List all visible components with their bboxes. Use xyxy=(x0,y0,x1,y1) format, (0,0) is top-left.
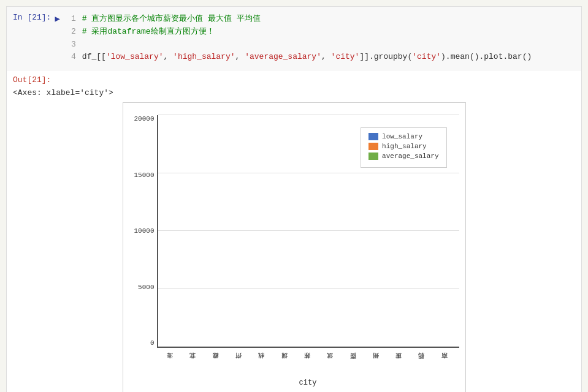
x-label: 杭州 xyxy=(258,352,266,376)
code-text-4: df_[['low_salary', 'high_salary', 'avera… xyxy=(82,51,532,64)
legend: low_salary high_salary average_salary xyxy=(361,127,446,168)
x-axis-labels: 上海北京成都广州杭州深圳苏州武汉西安郑州重庆合肥南京 xyxy=(157,352,459,376)
cell-input: In [21]: ▶ 1 # 直方图显示各个城市薪资最小值 最大值 平均值 2 … xyxy=(7,7,581,70)
chart-inner: 0 5000 10000 15000 20000 low_salary xyxy=(157,115,459,348)
code-line-3: 3 xyxy=(66,39,581,51)
code-comment-1: # 直方图显示各个城市薪资最小值 最大值 平均值 xyxy=(82,13,261,26)
x-label: 北京 xyxy=(189,352,197,376)
output-text: <Axes: xlabel='city'> xyxy=(13,88,575,97)
line-num: 3 xyxy=(66,39,76,51)
code-blank xyxy=(82,39,87,51)
code-line-2: 2 # 采用dataframe绘制直方图方便！ xyxy=(66,26,581,39)
notebook-cell: In [21]: ▶ 1 # 直方图显示各个城市薪资最小值 最大值 平均值 2 … xyxy=(6,6,582,392)
y-axis-labels: 0 5000 10000 15000 20000 xyxy=(128,115,155,347)
x-label: 广州 xyxy=(235,352,243,376)
x-label: 重庆 xyxy=(395,352,403,376)
legend-label-low: low_salary xyxy=(382,133,422,140)
x-label: 南京 xyxy=(441,352,449,376)
output-label: Out[21]: xyxy=(13,75,575,85)
x-label: 深圳 xyxy=(281,352,289,376)
y-label-20000: 20000 xyxy=(128,115,155,123)
x-label: 西安 xyxy=(349,352,358,376)
y-label-10000: 10000 xyxy=(128,227,155,235)
y-label-15000: 15000 xyxy=(128,172,155,179)
code-comment-2: # 采用dataframe绘制直方图方便！ xyxy=(82,26,215,39)
x-label: 苏州 xyxy=(304,352,312,376)
legend-label-high: high_salary xyxy=(382,143,427,150)
x-label: 武汉 xyxy=(326,352,335,376)
cell-label: In [21]: ▶ xyxy=(7,12,66,65)
chart-container: 0 5000 10000 15000 20000 low_salary xyxy=(123,102,466,392)
y-label-5000: 5000 xyxy=(128,284,155,291)
legend-label-avg: average_salary xyxy=(382,153,438,160)
legend-item-low: low_salary xyxy=(368,133,438,140)
x-title: city xyxy=(157,379,459,387)
legend-color-low xyxy=(368,133,378,140)
line-num: 4 xyxy=(66,51,76,64)
legend-item-high: high_salary xyxy=(368,143,438,150)
code-line-4: 4 df_[['low_salary', 'high_salary', 'ave… xyxy=(66,51,581,64)
x-label: 成都 xyxy=(212,352,221,376)
run-button[interactable]: ▶ xyxy=(55,13,59,24)
x-label: 上海 xyxy=(166,352,175,376)
code-area: 1 # 直方图显示各个城市薪资最小值 最大值 平均值 2 # 采用datafra… xyxy=(66,12,581,65)
line-num: 1 xyxy=(66,13,76,26)
y-label-0: 0 xyxy=(128,339,155,347)
x-label: 合肥 xyxy=(418,352,426,376)
legend-item-avg: average_salary xyxy=(368,153,438,160)
line-num: 2 xyxy=(66,26,76,39)
legend-color-avg xyxy=(368,153,378,160)
cell-output: Out[21]: <Axes: xlabel='city'> 0 5000 10… xyxy=(7,70,581,392)
x-label: 郑州 xyxy=(372,352,381,376)
code-line-1: 1 # 直方图显示各个城市薪资最小值 最大值 平均值 xyxy=(66,13,581,26)
legend-color-high xyxy=(368,143,378,150)
input-label: In [21]: xyxy=(13,13,51,22)
